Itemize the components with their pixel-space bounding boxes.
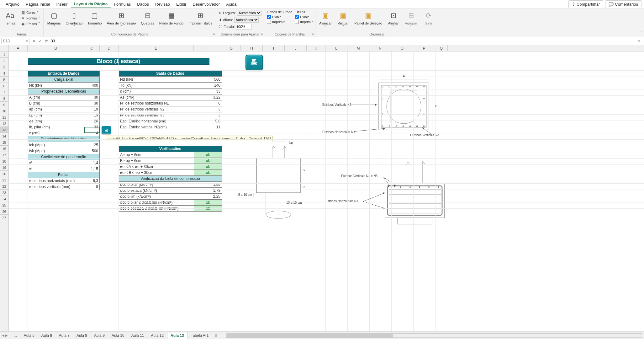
n3-value[interactable]: 3 xyxy=(194,112,222,118)
biela-estaca-value[interactable]: 1,78 xyxy=(194,188,222,194)
collapse-ribbon[interactable]: ˄ xyxy=(640,31,642,35)
col-header-K[interactable]: K xyxy=(307,45,325,51)
menu-exibir[interactable]: Exibir xyxy=(173,1,190,8)
row-header-1[interactable]: 1 xyxy=(0,51,8,58)
menu-desenvolvedor[interactable]: Desenvolvedor xyxy=(189,1,223,8)
n2-label[interactable]: N° de estribos verticais N2 xyxy=(119,106,194,112)
row-header-24[interactable]: 24 xyxy=(0,196,8,202)
largura-select[interactable]: Automática xyxy=(237,10,261,16)
biela-chk1-label[interactable]: σcd,b,pilar ≤ σcd,b,lim (kN/cm²) xyxy=(119,200,194,206)
grade-exibir-check[interactable]: Exibir xyxy=(267,15,292,19)
gamma-f-value[interactable]: 1,4 xyxy=(87,160,100,166)
margens-button[interactable]: ▢Margens˅ xyxy=(46,10,62,29)
row-header-20[interactable]: 20 xyxy=(0,171,8,177)
painel-button[interactable]: ▣Painel de Seleção xyxy=(353,10,383,26)
formula-input[interactable] xyxy=(50,38,636,44)
config-launcher[interactable]: ⬊ xyxy=(213,33,215,36)
comments-button[interactable]: 💬Comentários xyxy=(605,0,641,8)
col-header-B[interactable]: B xyxy=(28,45,84,51)
menu-inicio[interactable]: Página Inicial xyxy=(23,1,53,8)
biela-pilar-label[interactable]: σcd,b,pilar (kN/cm²) xyxy=(119,182,194,188)
nk-label[interactable]: Nk (kN) xyxy=(28,83,87,89)
col-header-P[interactable]: P xyxy=(413,45,435,51)
area-impressao-button[interactable]: ⊞Área de Impressão˅ xyxy=(106,10,137,29)
col-header-I[interactable]: I xyxy=(263,45,285,51)
esp-v-value[interactable]: 11 xyxy=(194,124,222,130)
row-header-13[interactable]: 13 xyxy=(0,127,8,133)
efeitos-button[interactable]: ◉Efeitos ˅ xyxy=(20,21,41,26)
biela-estaca-label[interactable]: σcd,b,estaca (kN/cm²) xyxy=(119,188,194,194)
geo-b-label[interactable]: B (cm) xyxy=(28,100,87,106)
col-header-Q[interactable]: Q xyxy=(435,45,448,51)
fck-value[interactable]: 25 xyxy=(87,142,100,148)
n1-value[interactable]: 6 xyxy=(194,100,222,106)
col-header-N[interactable]: N xyxy=(369,45,391,51)
col-header-G[interactable]: G xyxy=(222,45,241,51)
geo-b-value[interactable]: 30 xyxy=(87,100,100,106)
col-header-E[interactable]: E xyxy=(119,45,194,51)
row-header-11[interactable]: 11 xyxy=(0,114,8,121)
cells-area[interactable]: Bloco (1 estaca) Entrada de Dados Carga … xyxy=(9,51,644,331)
select-all-corner[interactable] xyxy=(0,45,9,51)
row-header-23[interactable]: 23 xyxy=(0,190,8,196)
row-header-25[interactable]: 25 xyxy=(0,202,8,208)
alinhar-button[interactable]: ⊡Alinhar˅ xyxy=(386,10,401,29)
opcoes-launcher[interactable]: ⬊ xyxy=(312,33,314,36)
girar-button[interactable]: ⟳Girar˅ xyxy=(421,10,436,29)
name-box[interactable]: C13▾ xyxy=(1,38,29,44)
estribo-h-label[interactable]: ø estribos horizontais (mm) xyxy=(28,178,87,184)
row-header-22[interactable]: 22 xyxy=(0,183,8,190)
expand-formula-bar[interactable]: ▾ xyxy=(636,39,642,43)
altura-select[interactable]: Automática xyxy=(234,17,259,23)
nd-value[interactable]: 560 xyxy=(194,77,222,83)
esp-h-value[interactable]: 5,8 xyxy=(194,118,222,124)
row-header-16[interactable]: 16 xyxy=(0,146,8,152)
biela-chk1-result[interactable]: ok xyxy=(194,200,222,206)
quebras-button[interactable]: ⊟Quebras˅ xyxy=(140,10,155,29)
col-header-M[interactable]: M xyxy=(347,45,369,51)
fck-label[interactable]: fck (Mpa) xyxy=(28,142,87,148)
geo-oe-value[interactable]: 20 xyxy=(87,118,100,124)
row-header-27[interactable]: 27 xyxy=(0,215,8,221)
geo-lb-value[interactable]: 33 xyxy=(87,124,100,130)
row-header-19[interactable]: 19 xyxy=(0,164,8,171)
nk-value[interactable]: 400 xyxy=(87,83,100,89)
row-header-3[interactable]: 3 xyxy=(0,64,8,70)
menu-ajuda[interactable]: Ajuda xyxy=(223,1,240,8)
col-header-H[interactable]: H xyxy=(241,45,263,51)
row-header-7[interactable]: 7 xyxy=(0,89,8,95)
geo-oe-label[interactable]: øe (cm) xyxy=(28,118,87,124)
row-header-18[interactable]: 18 xyxy=(0,158,8,164)
menu-arquivo[interactable]: Arquivo xyxy=(3,1,23,8)
col-header-F[interactable]: F xyxy=(194,45,222,51)
verif-a-result[interactable]: ok xyxy=(194,152,222,158)
row-header-26[interactable]: 26 xyxy=(0,208,8,215)
biela-lim-value[interactable]: 2,25 xyxy=(194,194,222,200)
verif-b-label[interactable]: B≥ bp + 6cm xyxy=(119,158,194,164)
fundo-button[interactable]: ▦Plano de Fundo xyxy=(158,10,185,26)
verif-b-result[interactable]: ok xyxy=(194,158,222,164)
verif-a-label[interactable]: A≥ ap + 6cm xyxy=(119,152,194,158)
geo-bp-label[interactable]: bp (cm) xyxy=(28,112,87,118)
titulos-button[interactable]: ⊞Imprimir Títulos xyxy=(187,10,214,26)
row-header-5[interactable]: 5 xyxy=(0,77,8,83)
row-header-17[interactable]: 17 xyxy=(0,152,8,158)
biela-lim-label[interactable]: σcd,b,lim (kN/cm²) xyxy=(119,194,194,200)
fontes-button[interactable]: AFontes ˅ xyxy=(20,16,41,21)
estribo-v-label[interactable]: ø estribos verticais (mm) xyxy=(28,184,87,190)
menu-formulas[interactable]: Fórmulas xyxy=(111,1,134,8)
biela-pilar-value[interactable]: 1,55 xyxy=(194,182,222,188)
grade-imprimir-check[interactable]: Imprimir xyxy=(267,20,292,24)
col-header-C[interactable]: C xyxy=(84,45,100,51)
n1-label[interactable]: N° de estribos horizontais N1 xyxy=(119,100,194,106)
n2-value[interactable]: 3 xyxy=(194,106,222,112)
td-label[interactable]: Td (kN) xyxy=(119,83,194,89)
fx-button[interactable]: fx xyxy=(43,39,50,43)
row-header-9[interactable]: 9 xyxy=(0,102,8,108)
row-header-10[interactable]: 10 xyxy=(0,108,8,114)
row-header-6[interactable]: 6 xyxy=(0,83,8,89)
esp-h-label[interactable]: Esp. Estribo horizontal (cm) xyxy=(119,118,194,124)
menu-inserir[interactable]: Inserir xyxy=(53,1,71,8)
row-header-8[interactable]: 8 xyxy=(0,95,8,102)
avancar-button[interactable]: ▣Avançar˅ xyxy=(318,10,333,29)
